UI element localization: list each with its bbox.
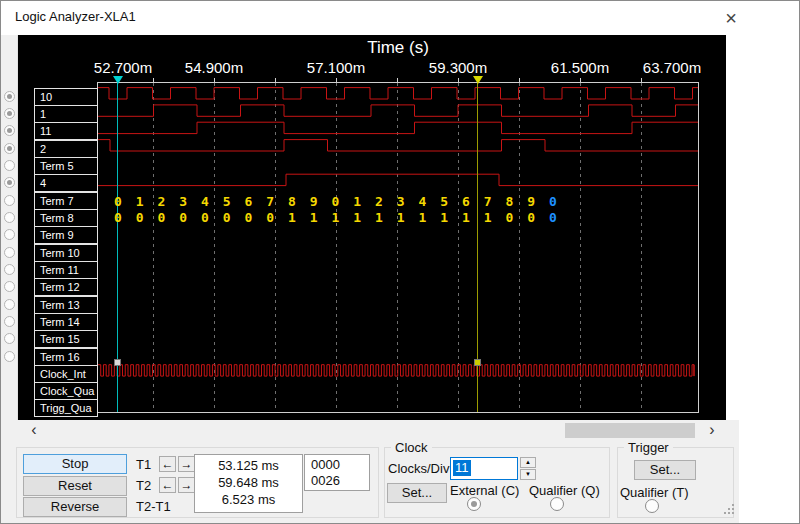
channel-label-term-8: Term 8 <box>34 209 98 227</box>
bus-digit: 6 <box>245 195 253 208</box>
waveform-2 <box>98 140 698 151</box>
axis-tick <box>458 78 459 83</box>
channel-led <box>4 91 15 102</box>
trigger-set-button[interactable]: Set... <box>634 460 696 480</box>
channel-led <box>4 177 15 188</box>
channel-label-4: 4 <box>34 174 98 192</box>
waveform-clock_int <box>98 365 694 376</box>
external-clock-label: External (C) <box>450 483 519 498</box>
axis-tick <box>641 78 642 83</box>
bus-digit: 0 <box>114 195 122 208</box>
channel-led <box>4 125 15 136</box>
bus-digit: 0 <box>201 211 209 224</box>
external-clock-radio[interactable] <box>467 497 481 511</box>
bus-digit: 9 <box>527 195 535 208</box>
waveform-traces <box>98 83 698 412</box>
time-axis-label: 63.700m <box>643 59 701 76</box>
t2-code-value: 0026 <box>311 473 369 489</box>
clock-qualifier-label: Qualifier (Q) <box>529 483 600 498</box>
channel-led <box>4 195 15 206</box>
cursor-t2-handle[interactable] <box>474 359 481 366</box>
clock-set-button[interactable]: Set... <box>387 483 447 503</box>
bus-digit: 1 <box>353 211 361 224</box>
reverse-button[interactable]: Reverse <box>23 497 127 517</box>
bus-digit: 0 <box>158 211 166 224</box>
channel-led <box>4 281 15 292</box>
channel-label-term-7: Term 7 <box>34 192 98 210</box>
bus-digit: 0 <box>549 195 557 208</box>
window-title: Logic Analyzer-XLA1 <box>15 9 136 24</box>
reset-button[interactable]: Reset <box>23 476 127 496</box>
bus-digit: 3 <box>179 195 187 208</box>
channel-label-trigg_qua: Trigg_Qua <box>34 399 98 417</box>
bus-digit: 3 <box>397 195 405 208</box>
title-bar: Logic Analyzer-XLA1 × <box>1 1 799 35</box>
channel-label-term-10: Term 10 <box>34 244 98 262</box>
channel-led <box>4 247 15 258</box>
bus-digit: 6 <box>462 195 470 208</box>
clocks-div-input[interactable]: 11 <box>450 457 518 480</box>
time-axis-label: 52.700m <box>94 59 152 76</box>
t2-left-arrow-button[interactable]: ← <box>159 477 176 493</box>
bus-digit: 7 <box>266 195 274 208</box>
time-axis-label: 54.900m <box>185 59 243 76</box>
axis-tick <box>397 78 398 83</box>
channel-label-term-15: Term 15 <box>34 330 98 348</box>
stop-button[interactable]: Stop <box>23 454 127 474</box>
scroll-right-icon[interactable]: › <box>703 421 721 440</box>
clock-qualifier-radio[interactable] <box>550 497 564 511</box>
bus-digit: 0 <box>527 211 535 224</box>
spin-down-icon[interactable]: ▼ <box>520 469 536 480</box>
clocks-div-label: Clocks/Div <box>388 461 449 476</box>
logic-analyzer-window: Logic Analyzer-XLA1 × Time (s) 52.700m54… <box>0 0 800 524</box>
trigger-qualifier-radio[interactable] <box>645 499 659 513</box>
bus-digit: 4 <box>201 195 209 208</box>
bus-digit: 0 <box>549 211 557 224</box>
trigger-groupbox: Trigger <box>617 447 734 518</box>
resize-grip[interactable] <box>724 504 736 516</box>
scrollbar-thumb[interactable] <box>565 423 695 438</box>
channel-led <box>4 299 15 310</box>
axis-tick <box>519 78 520 83</box>
bus-digit: 0 <box>506 211 514 224</box>
trigger-group-label: Trigger <box>624 440 673 455</box>
channel-led <box>4 351 15 362</box>
channel-label-term-5: Term 5 <box>34 157 98 175</box>
bus-digit: 1 <box>440 211 448 224</box>
channel-led <box>4 333 15 344</box>
channel-label-11: 11 <box>34 122 98 140</box>
channel-label-term-16: Term 16 <box>34 348 98 366</box>
waveform-10 <box>98 88 698 99</box>
cursor-t1-handle[interactable] <box>114 359 121 366</box>
t1-right-arrow-button[interactable]: → <box>178 456 195 472</box>
t1-left-arrow-button[interactable]: ← <box>159 456 176 472</box>
time-axis-label: 59.300m <box>429 59 487 76</box>
axis-tick <box>336 78 337 83</box>
cursor-times-readout: 53.125 ms 59.648 ms 6.523 ms <box>194 454 303 513</box>
channel-label-term-14: Term 14 <box>34 313 98 331</box>
bus-digit: 4 <box>419 195 427 208</box>
bus-digit: 1 <box>397 211 405 224</box>
bus-digit: 2 <box>158 195 166 208</box>
time-axis-label: 61.500m <box>551 59 609 76</box>
waveform-1 <box>98 105 698 116</box>
bus-digit: 8 <box>506 195 514 208</box>
cursor-t2-marker[interactable] <box>473 76 483 84</box>
scroll-left-icon[interactable]: ‹ <box>25 421 43 440</box>
bus-digit: 1 <box>353 195 361 208</box>
bus-digit: 1 <box>332 211 340 224</box>
bus-digit: 1 <box>375 211 383 224</box>
horizontal-scrollbar[interactable]: ‹ › <box>1 420 739 442</box>
close-icon[interactable]: × <box>713 5 749 31</box>
bus-digit: 0 <box>245 211 253 224</box>
t1-label: T1 <box>136 457 151 472</box>
spin-up-icon[interactable]: ▲ <box>520 457 536 468</box>
cursor-t1-marker[interactable] <box>113 76 123 84</box>
t2-t1-label: T2-T1 <box>136 499 171 514</box>
axis-tick <box>275 78 276 83</box>
bus-digit: 2 <box>375 195 383 208</box>
t2-right-arrow-button[interactable]: → <box>178 477 195 493</box>
bus-digit: 0 <box>332 195 340 208</box>
bus-digit: 1 <box>310 211 318 224</box>
time-axis-title: Time (s) <box>98 38 698 58</box>
